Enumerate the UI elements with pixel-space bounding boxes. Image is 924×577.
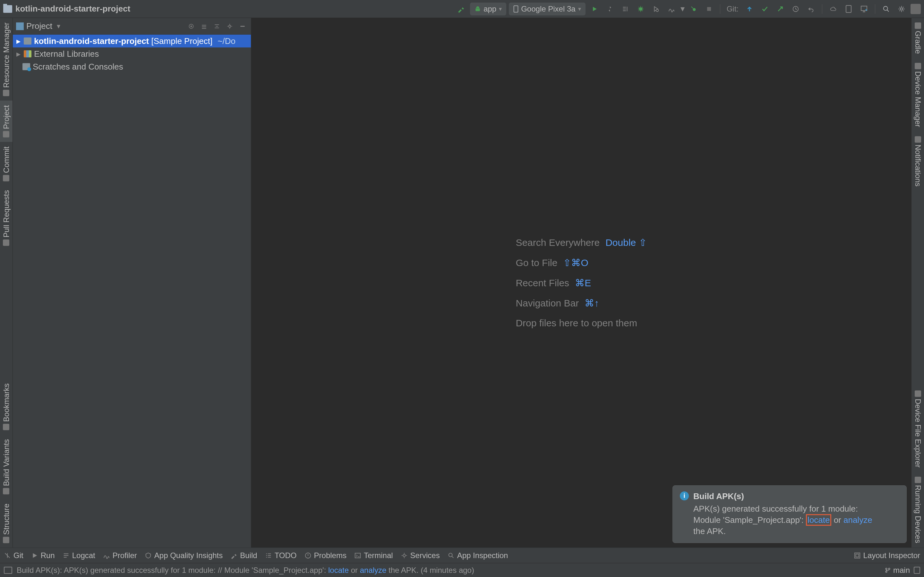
git-branch-widget[interactable]: main bbox=[885, 566, 910, 575]
lock-icon[interactable] bbox=[914, 567, 920, 574]
right-tab-notifications[interactable]: Notifications bbox=[911, 132, 924, 191]
run-button[interactable] bbox=[588, 3, 601, 15]
account-avatar[interactable] bbox=[911, 4, 921, 14]
profile-icon[interactable] bbox=[665, 3, 678, 15]
apply-changes-icon[interactable] bbox=[604, 3, 616, 15]
notification-line1: APK(s) generated successfully for 1 modu… bbox=[693, 504, 858, 514]
run-config-selector[interactable]: app ▾ bbox=[470, 3, 506, 15]
panel-settings-gear-icon[interactable] bbox=[225, 21, 235, 31]
right-tool-gutter: Gradle Device Manager Notifications Devi… bbox=[911, 18, 924, 548]
svg-point-2 bbox=[656, 9, 658, 11]
status-message: Build APK(s): APK(s) generated successfu… bbox=[17, 566, 474, 575]
svg-point-3 bbox=[693, 8, 696, 11]
device-selector[interactable]: Google Pixel 3a ▾ bbox=[509, 3, 585, 15]
left-tab-resource-manager[interactable]: Resource Manager bbox=[0, 18, 13, 101]
bottom-tab-build[interactable]: Build bbox=[230, 551, 257, 560]
tree-root-path: ~/Do bbox=[218, 36, 236, 46]
notification-analyze-link[interactable]: analyze bbox=[843, 515, 872, 525]
right-tab-device-file-explorer[interactable]: Device File Explorer bbox=[911, 386, 924, 472]
search-icon[interactable] bbox=[880, 3, 893, 15]
chevron-down-icon[interactable]: ▾ bbox=[680, 4, 685, 14]
expand-all-icon[interactable] bbox=[199, 21, 209, 31]
bottom-tab-logcat[interactable]: Logcat bbox=[63, 551, 95, 560]
svg-rect-18 bbox=[856, 554, 859, 557]
scratches-icon bbox=[23, 63, 30, 70]
vcs-rollback-icon[interactable] bbox=[804, 3, 817, 15]
tree-external-libs-row[interactable]: ▸ External Libraries bbox=[13, 47, 251, 60]
bottom-tab-app-inspection[interactable]: App Inspection bbox=[447, 551, 508, 560]
notification-line3: the APK. bbox=[693, 526, 726, 536]
bottom-tab-app-quality[interactable]: App Quality Insights bbox=[145, 551, 223, 560]
chevron-down-icon: ▾ bbox=[578, 5, 581, 13]
apply-code-changes-icon[interactable] bbox=[619, 3, 632, 15]
tree-caret-icon[interactable]: ▸ bbox=[15, 49, 21, 59]
coverage-icon[interactable] bbox=[650, 3, 662, 15]
hint-drop-files: Drop files here to open them bbox=[515, 318, 637, 329]
hint-recent-files: Recent Files bbox=[515, 277, 569, 288]
svg-point-12 bbox=[229, 25, 231, 27]
attach-debugger-icon[interactable] bbox=[687, 3, 700, 15]
top-toolbar: kotlin-android-starter-project app ▾ Goo… bbox=[0, 0, 924, 18]
status-analyze-link[interactable]: analyze bbox=[360, 566, 387, 574]
bottom-tab-todo[interactable]: TODO bbox=[265, 551, 297, 560]
build-notification: i Build APK(s) APK(s) generated successf… bbox=[672, 485, 907, 543]
cloud-icon[interactable] bbox=[827, 3, 840, 15]
vcs-history-icon[interactable] bbox=[789, 3, 802, 15]
settings-gear-icon[interactable] bbox=[895, 3, 908, 15]
bottom-tab-layout-inspector[interactable]: Layout Inspector bbox=[854, 551, 920, 560]
phone-icon bbox=[513, 5, 519, 13]
project-folder-icon bbox=[3, 5, 12, 13]
tree-scratches-row[interactable]: Scratches and Consoles bbox=[13, 60, 251, 73]
left-tab-project[interactable]: Project bbox=[0, 101, 13, 142]
status-toggle-icon[interactable] bbox=[4, 567, 12, 574]
left-tab-structure[interactable]: Structure bbox=[0, 499, 13, 548]
bottom-tab-run[interactable]: Run bbox=[31, 551, 55, 560]
svg-point-1 bbox=[639, 7, 642, 11]
bottom-tab-profiler[interactable]: Profiler bbox=[103, 551, 137, 560]
right-tab-gradle[interactable]: Gradle bbox=[911, 18, 924, 58]
svg-point-8 bbox=[884, 6, 888, 10]
vcs-commit-icon[interactable] bbox=[758, 3, 771, 15]
git-label: Git: bbox=[725, 5, 740, 13]
hint-go-to-file: Go to File bbox=[515, 258, 557, 268]
svg-point-20 bbox=[885, 571, 887, 572]
editor-empty-area[interactable]: Search Everywhere Double ⇧ Go to File ⇧⌘… bbox=[251, 18, 911, 548]
svg-point-19 bbox=[885, 568, 887, 570]
left-tab-commit[interactable]: Commit bbox=[0, 142, 13, 186]
project-view-icon bbox=[16, 23, 24, 30]
tree-root-row[interactable]: ▸ kotlin-android-starter-project [Sample… bbox=[13, 35, 251, 47]
left-tab-build-variants[interactable]: Build Variants bbox=[0, 435, 13, 499]
stop-button[interactable] bbox=[703, 3, 716, 15]
right-tab-device-manager[interactable]: Device Manager bbox=[911, 58, 924, 132]
project-view-selector[interactable]: Project bbox=[26, 21, 52, 31]
bottom-tab-services[interactable]: Services bbox=[401, 551, 440, 560]
notification-title: Build APK(s) bbox=[693, 492, 872, 501]
right-tab-running-devices[interactable]: Running Devices bbox=[911, 472, 924, 548]
vcs-update-icon[interactable] bbox=[743, 3, 756, 15]
svg-point-15 bbox=[403, 554, 405, 556]
folder-icon bbox=[24, 37, 31, 45]
debug-button[interactable] bbox=[634, 3, 647, 15]
bottom-tab-terminal[interactable]: Terminal bbox=[354, 551, 393, 560]
bottom-tab-git[interactable]: Git bbox=[4, 551, 23, 560]
left-tab-pull-requests[interactable]: Pull Requests bbox=[0, 185, 13, 250]
vcs-push-icon[interactable] bbox=[774, 3, 787, 15]
avd-manager-icon[interactable] bbox=[842, 3, 855, 15]
sdk-manager-icon[interactable] bbox=[858, 3, 871, 15]
chevron-down-icon[interactable]: ▾ bbox=[55, 22, 60, 31]
branch-name: main bbox=[893, 566, 910, 575]
status-locate-link[interactable]: locate bbox=[328, 566, 349, 574]
hint-key: ⌘E bbox=[575, 277, 591, 288]
collapse-all-icon[interactable] bbox=[212, 21, 222, 31]
hide-panel-icon[interactable] bbox=[237, 21, 248, 31]
chevron-down-icon: ▾ bbox=[499, 5, 502, 13]
build-hammer-icon[interactable] bbox=[455, 3, 467, 15]
device-label: Google Pixel 3a bbox=[521, 5, 575, 13]
select-opened-file-icon[interactable] bbox=[186, 21, 196, 31]
notification-locate-link[interactable]: locate bbox=[806, 514, 831, 526]
project-tree[interactable]: ▸ kotlin-android-starter-project [Sample… bbox=[13, 35, 251, 548]
bottom-tab-problems[interactable]: Problems bbox=[304, 551, 347, 560]
tree-caret-icon[interactable]: ▸ bbox=[15, 36, 21, 46]
hint-navigation-bar: Navigation Bar bbox=[515, 298, 579, 309]
left-tab-bookmarks[interactable]: Bookmarks bbox=[0, 379, 13, 435]
